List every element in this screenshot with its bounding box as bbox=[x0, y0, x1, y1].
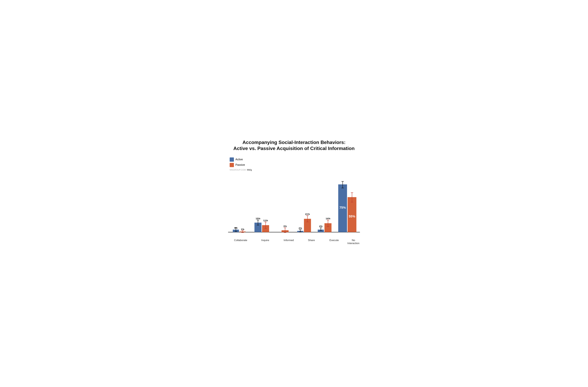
label-execute-active: 4% bbox=[319, 225, 323, 228]
label-execute-passive: 14% bbox=[326, 217, 330, 220]
chart-title: Accompanying Social-Interaction Behavior… bbox=[227, 139, 361, 151]
group-share: 2% 21% bbox=[297, 213, 311, 232]
bar-chart-svg: 4% 1% 15% bbox=[227, 174, 361, 238]
legend-label-passive: Passive bbox=[235, 163, 245, 167]
x-label-share: Share bbox=[300, 239, 323, 245]
label-inquire-passive: 11% bbox=[263, 219, 268, 222]
x-label-execute: Execute bbox=[323, 239, 345, 245]
branding: NNGROUP.COM NN/g bbox=[230, 169, 361, 171]
legend-item-active: Active bbox=[230, 157, 361, 162]
label-no-interaction-passive: 55% bbox=[349, 214, 355, 218]
label-informed-passive: 3% bbox=[283, 225, 287, 228]
x-label-informed: Informed bbox=[277, 239, 300, 245]
group-no-interaction: 75% 55% bbox=[338, 181, 356, 232]
label-collaborate-passive: 1% bbox=[241, 228, 244, 230]
group-execute: 4% 14% bbox=[318, 217, 332, 232]
label-share-active: 2% bbox=[298, 227, 302, 229]
legend: Active Passive bbox=[230, 157, 361, 167]
passive-swatch bbox=[230, 163, 234, 167]
x-label-collaborate: Collaborate bbox=[228, 239, 253, 245]
legend-label-active: Active bbox=[235, 158, 243, 161]
label-collaborate-active: 4% bbox=[234, 226, 238, 229]
group-informed: 3% bbox=[282, 225, 289, 232]
chart-container: Accompanying Social-Interaction Behavior… bbox=[221, 133, 367, 254]
label-inquire-active: 15% bbox=[256, 217, 260, 220]
x-label-no-interaction: No Interaction bbox=[345, 239, 361, 245]
group-inquire: 15% 11% bbox=[254, 217, 269, 232]
chart-area: 4% 1% 15% bbox=[227, 174, 361, 238]
x-axis-labels: Collaborate Inquire Informed Share Execu… bbox=[227, 239, 361, 245]
legend-item-passive: Passive bbox=[230, 163, 361, 167]
label-no-interaction-active: 75% bbox=[339, 206, 346, 210]
label-share-passive: 21% bbox=[305, 213, 310, 215]
group-collaborate: 4% 1% bbox=[233, 226, 246, 232]
x-label-inquire: Inquire bbox=[253, 239, 277, 245]
active-swatch bbox=[230, 157, 234, 162]
